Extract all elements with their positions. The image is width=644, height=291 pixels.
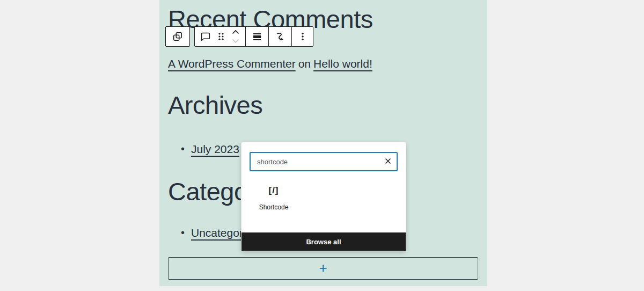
move-up-button[interactable] [226,27,245,37]
chevron-down-icon [231,38,240,44]
align-button[interactable] [246,27,268,46]
toolbar-segment-options [291,27,313,46]
close-icon [383,156,393,168]
drag-handle[interactable] [216,27,226,46]
widget-editor-screen: Recent Comments A WordPress CommenteronH… [0,0,644,291]
block-search-input[interactable] [250,152,398,171]
options-button[interactable] [292,27,313,46]
add-block-appender[interactable]: + [168,257,478,280]
align-bars-icon [251,30,264,43]
comment-author-link[interactable]: A WordPress Commenter [168,57,296,70]
drag-handle-icon [216,30,226,43]
redirect-button[interactable] [269,27,291,46]
comment-connector-text: on [298,57,311,70]
latest-comment-line: A WordPress CommenteronHello world! [168,57,372,70]
kebab-menu-icon [296,30,309,43]
archives-heading: Archives [168,90,262,120]
clear-search-button[interactable] [379,153,397,170]
inserter-search [250,152,398,171]
select-parent-block-button[interactable] [166,27,189,46]
archives-list-item: •July 2023 [181,143,239,156]
toolbar-segment-redirect [268,27,291,46]
comment-post-link[interactable]: Hello world! [313,57,372,70]
block-result-label: Shortcode [259,203,289,211]
list-bullet: • [181,227,191,239]
toolbar-segment-align [245,27,268,46]
comment-bubble-icon [199,30,212,43]
overlapping-squares-icon [171,30,184,43]
plus-icon: + [319,261,327,275]
block-toolbar-parent-group [165,26,190,47]
shortcode-icon: [/] [268,185,279,196]
move-down-button[interactable] [226,37,245,46]
block-toolbar [194,26,313,47]
block-type-button[interactable] [195,27,216,46]
toolbar-segment-block [195,27,245,46]
archives-month-link[interactable]: July 2023 [191,143,239,155]
block-inserter-popover: [/] Shortcode Browse all [241,142,406,251]
block-result-shortcode[interactable]: [/] Shortcode [250,185,298,211]
move-block-control [226,27,245,46]
browse-all-button[interactable]: Browse all [241,232,406,251]
list-bullet: • [181,143,191,155]
chevron-up-icon [231,29,240,35]
curved-arrow-icon [274,30,287,43]
